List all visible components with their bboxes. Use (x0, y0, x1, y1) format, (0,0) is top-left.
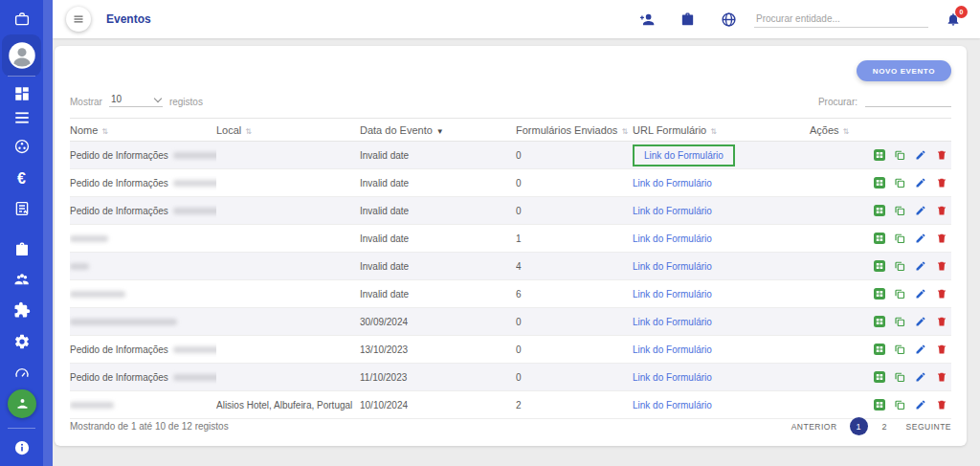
export-icon[interactable] (874, 233, 885, 244)
copy-icon[interactable] (894, 344, 905, 355)
export-icon[interactable] (874, 344, 885, 355)
export-icon[interactable] (874, 205, 885, 216)
delete-icon[interactable] (936, 205, 947, 216)
form-link[interactable]: Link do Formulário (633, 261, 712, 272)
copy-icon[interactable] (894, 149, 905, 161)
new-event-button[interactable]: NOVO EVENTO (857, 60, 951, 81)
export-icon[interactable] (874, 177, 885, 189)
event-local-cell (216, 142, 360, 169)
add-contact-icon[interactable] (638, 11, 655, 28)
community-icon[interactable] (0, 135, 43, 158)
previous-page-button[interactable]: ANTERIOR (791, 422, 837, 432)
export-icon[interactable] (874, 260, 885, 272)
briefcase-icon[interactable] (0, 8, 43, 31)
export-icon[interactable] (874, 316, 885, 327)
column-header-local[interactable]: Local⇅ (216, 119, 360, 142)
edit-icon[interactable] (915, 149, 926, 161)
list-icon[interactable] (0, 106, 43, 129)
export-icon[interactable] (874, 149, 885, 161)
globe-icon[interactable] (721, 11, 737, 28)
delete-icon[interactable] (936, 399, 947, 411)
page-button-1[interactable]: 1 (850, 417, 868, 435)
table-row[interactable]: Pedido de Informações Invalid date 0 Lin… (70, 197, 951, 225)
table-search-input[interactable] (865, 92, 951, 107)
delete-icon[interactable] (936, 288, 947, 300)
user-avatar[interactable] (0, 41, 43, 70)
delete-icon[interactable] (936, 177, 947, 189)
column-header-nome[interactable]: Nome⇅ (70, 119, 216, 142)
delete-icon[interactable] (936, 344, 947, 355)
form-link[interactable]: Link do Formulário (633, 178, 712, 189)
table-row[interactable]: Invalid date 1 Link do Formulário (70, 225, 951, 253)
delete-icon[interactable] (936, 371, 947, 383)
delete-icon[interactable] (936, 233, 947, 244)
form-link[interactable]: Link do Formulário (633, 233, 712, 244)
edit-icon[interactable] (915, 371, 926, 383)
table-row[interactable]: Pedido de Informações 13/10/2023 0 Link … (70, 336, 951, 364)
edit-icon[interactable] (915, 233, 926, 244)
form-link[interactable]: Link do Formulário (644, 150, 724, 161)
gear-icon[interactable] (0, 330, 43, 353)
entity-search-input[interactable] (754, 11, 928, 28)
team-icon[interactable] (0, 268, 43, 291)
column-header-url-formulário[interactable]: URL Formulário⇅ (633, 119, 810, 142)
column-label: Ações (810, 124, 839, 136)
edit-icon[interactable] (915, 260, 926, 272)
form-icon[interactable] (0, 197, 43, 220)
edit-icon[interactable] (915, 316, 926, 327)
table-row[interactable]: Invalid date 4 Link do Formulário (70, 253, 951, 280)
delete-icon[interactable] (936, 260, 947, 272)
table-row[interactable]: Alisios Hotel, Albufeira, Portugal 10/10… (70, 391, 951, 419)
column-header-data-do-evento[interactable]: Data do Evento▼ (360, 119, 516, 142)
edit-icon[interactable] (915, 288, 926, 300)
export-icon[interactable] (874, 371, 885, 383)
form-link[interactable]: Link do Formulário (633, 317, 712, 327)
copy-icon[interactable] (894, 177, 905, 189)
notifications-button[interactable]: 0 (946, 11, 961, 27)
table-row[interactable]: Pedido de Informações Invalid date 0 Lin… (70, 169, 951, 197)
gauge-icon[interactable] (0, 362, 43, 385)
euro-icon[interactable]: € (0, 167, 43, 190)
records-summary: Mostrando de 1 até 10 de 12 registos (70, 421, 229, 432)
table-row[interactable]: Pedido de Informações Invalid date 0 Lin… (70, 142, 951, 169)
form-link[interactable]: Link do Formulário (633, 344, 712, 355)
form-link[interactable]: Link do Formulário (633, 289, 712, 300)
event-icon[interactable] (8, 389, 36, 418)
edit-icon[interactable] (915, 344, 926, 355)
briefcase-icon[interactable] (679, 11, 696, 28)
page-size-select[interactable]: 10 (109, 94, 163, 107)
copy-icon[interactable] (894, 233, 905, 244)
copy-icon[interactable] (894, 399, 905, 411)
table-row[interactable]: Invalid date 6 Link do Formulário (70, 280, 951, 308)
hamburger-menu-button[interactable] (66, 7, 91, 32)
delete-icon[interactable] (936, 149, 947, 161)
edit-icon[interactable] (915, 205, 926, 216)
next-page-button[interactable]: SEGUINTE (906, 422, 951, 432)
events-table: Nome⇅Local⇅Data do Evento▼Formulários En… (70, 118, 951, 419)
briefcase-filled-icon[interactable] (0, 238, 43, 261)
copy-icon[interactable] (894, 316, 905, 327)
info-icon[interactable] (0, 436, 43, 459)
sidebar-scrollbar[interactable] (43, 0, 53, 466)
delete-icon[interactable] (936, 316, 947, 327)
form-link[interactable]: Link do Formulário (633, 206, 712, 216)
puzzle-icon[interactable] (0, 299, 43, 322)
export-icon[interactable] (874, 399, 885, 411)
event-name-cell: Pedido de Informações (70, 364, 216, 391)
edit-icon[interactable] (915, 399, 926, 411)
column-header-ações[interactable]: Ações⇅ (810, 119, 951, 142)
form-link[interactable]: Link do Formulário (633, 400, 712, 411)
table-row[interactable]: Pedido de Informações 11/10/2023 0 Link … (70, 364, 951, 391)
grid-icon[interactable] (0, 82, 43, 105)
copy-icon[interactable] (894, 371, 905, 383)
export-icon[interactable] (874, 288, 885, 300)
page-button-2[interactable]: 2 (876, 417, 894, 435)
edit-icon[interactable] (915, 177, 926, 189)
column-header-formulários-enviados[interactable]: Formulários Enviados⇅ (516, 119, 633, 142)
copy-icon[interactable] (894, 260, 905, 272)
copy-icon[interactable] (894, 288, 905, 300)
event-name-redacted (70, 291, 125, 298)
copy-icon[interactable] (894, 205, 905, 216)
form-link[interactable]: Link do Formulário (633, 372, 712, 383)
table-row[interactable]: 30/09/2024 0 Link do Formulário (70, 308, 951, 336)
